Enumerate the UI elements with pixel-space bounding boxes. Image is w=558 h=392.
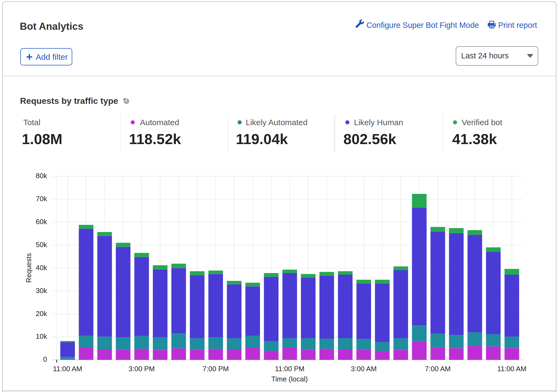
svg-text:11:00 AM: 11:00 AM bbox=[53, 365, 82, 373]
svg-text:11:00 PM: 11:00 PM bbox=[275, 365, 304, 373]
svg-text:7:00 AM: 7:00 AM bbox=[425, 365, 451, 373]
svg-text:7:00 PM: 7:00 PM bbox=[203, 365, 229, 373]
svg-text:Time (local): Time (local) bbox=[271, 375, 308, 383]
svg-text:50k: 50k bbox=[36, 241, 47, 249]
svg-text:10k: 10k bbox=[36, 332, 47, 340]
svg-text:0: 0 bbox=[43, 355, 47, 363]
svg-text:11:00 AM: 11:00 AM bbox=[497, 365, 526, 373]
svg-text:70k: 70k bbox=[36, 195, 47, 203]
svg-text:40k: 40k bbox=[36, 264, 47, 272]
svg-text:Requests: Requests bbox=[25, 253, 33, 283]
svg-text:20k: 20k bbox=[36, 310, 47, 318]
svg-text:80k: 80k bbox=[36, 172, 47, 180]
svg-text:3:00 PM: 3:00 PM bbox=[129, 365, 155, 373]
svg-text:30k: 30k bbox=[36, 287, 47, 295]
svg-text:3:00 AM: 3:00 AM bbox=[351, 365, 376, 373]
svg-text:60k: 60k bbox=[36, 218, 47, 226]
